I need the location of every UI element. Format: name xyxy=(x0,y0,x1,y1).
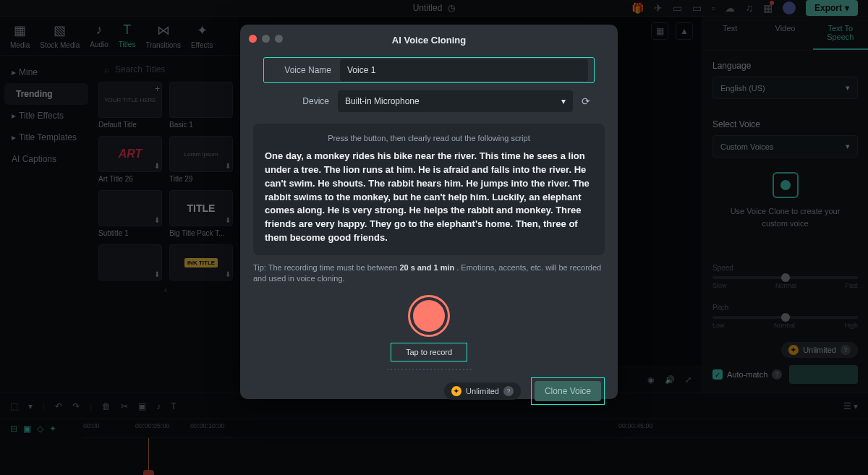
script-card: Press the button, then clearly read out … xyxy=(253,124,605,255)
unlimited-badge[interactable]: ✦Unlimited? xyxy=(444,382,521,400)
voice-name-input[interactable] xyxy=(340,59,588,81)
minimize-window-icon[interactable] xyxy=(262,35,270,43)
record-button[interactable] xyxy=(408,295,450,337)
close-window-icon[interactable] xyxy=(249,35,257,43)
clone-voice-button[interactable]: Clone Voice xyxy=(535,381,601,401)
device-select[interactable]: Built-in Microphone▾ xyxy=(338,90,573,112)
device-label: Device xyxy=(268,96,329,106)
modal-title: AI Voice Cloning xyxy=(253,35,605,46)
ai-voice-cloning-modal: AI Voice Cloning Voice Name Device Built… xyxy=(240,25,618,399)
chevron-down-icon: ▾ xyxy=(561,96,566,106)
script-hint: Press the button, then clearly read out … xyxy=(265,134,593,142)
recording-tip: Tip: The recording time must be between … xyxy=(253,262,605,285)
maximize-window-icon[interactable] xyxy=(275,35,283,43)
refresh-icon[interactable]: ⟳ xyxy=(582,95,590,107)
help-icon[interactable]: ? xyxy=(503,386,514,396)
voice-name-label: Voice Name xyxy=(270,65,331,75)
tap-to-record-label: Tap to record xyxy=(391,343,467,361)
script-body: One day, a monkey rides his bike near th… xyxy=(265,150,593,245)
